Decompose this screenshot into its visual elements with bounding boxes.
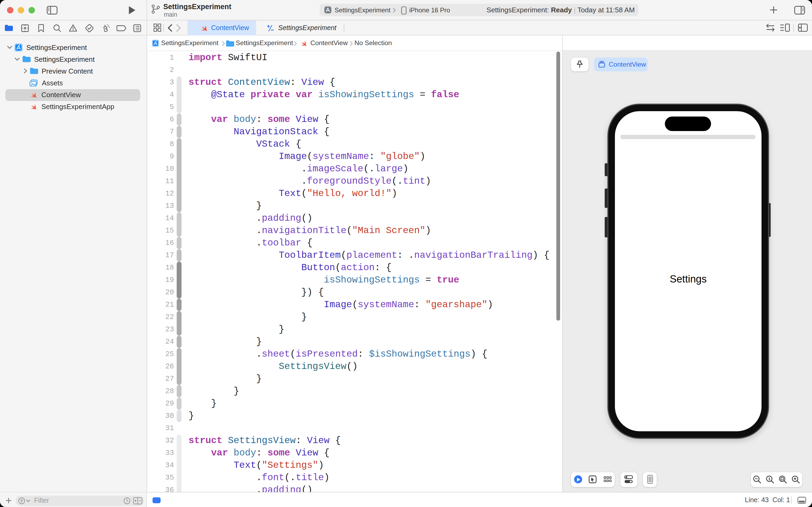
svg-text:1: 1: [768, 476, 770, 481]
